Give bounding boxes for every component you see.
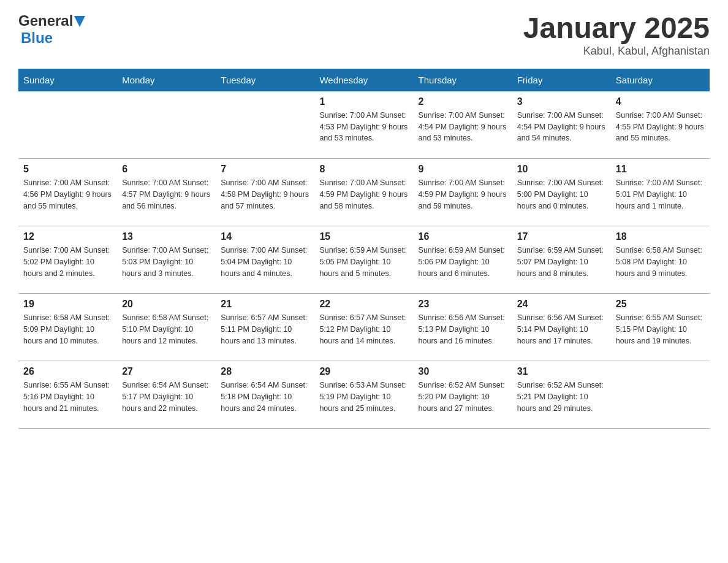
- day-number: 8: [319, 164, 408, 175]
- day-number: 6: [122, 164, 211, 175]
- day-number: 26: [23, 366, 112, 377]
- day-info: Sunrise: 6:58 AM Sunset: 5:10 PM Dayligh…: [122, 312, 211, 347]
- day-info: Sunrise: 6:56 AM Sunset: 5:13 PM Dayligh…: [419, 312, 507, 347]
- day-info: Sunrise: 6:58 AM Sunset: 5:08 PM Dayligh…: [616, 245, 705, 279]
- day-info: Sunrise: 6:52 AM Sunset: 5:21 PM Dayligh…: [517, 380, 606, 414]
- calendar-cell: 15Sunrise: 6:59 AM Sunset: 5:05 PM Dayli…: [314, 226, 413, 294]
- day-info: Sunrise: 7:00 AM Sunset: 5:00 PM Dayligh…: [517, 177, 606, 212]
- day-number: 28: [221, 366, 309, 377]
- day-number: 14: [221, 231, 309, 242]
- page-header: General Blue January 2025 Kabul, Kabul, …: [18, 12, 710, 58]
- day-info: Sunrise: 7:00 AM Sunset: 4:59 PM Dayligh…: [419, 177, 507, 212]
- day-info: Sunrise: 6:57 AM Sunset: 5:12 PM Dayligh…: [319, 312, 408, 347]
- logo-general-text: General: [18, 12, 73, 29]
- day-number: 13: [122, 231, 211, 242]
- col-monday: Monday: [117, 69, 216, 91]
- header-row: Sunday Monday Tuesday Wednesday Thursday…: [18, 69, 710, 91]
- day-number: 23: [419, 299, 507, 310]
- calendar-week-5: 26Sunrise: 6:55 AM Sunset: 5:16 PM Dayli…: [18, 361, 710, 429]
- calendar-cell: 17Sunrise: 6:59 AM Sunset: 5:07 PM Dayli…: [512, 226, 611, 294]
- calendar-cell: 7Sunrise: 7:00 AM Sunset: 4:58 PM Daylig…: [216, 159, 314, 226]
- title-block: January 2025 Kabul, Kabul, Afghanistan: [523, 12, 710, 58]
- svg-marker-0: [74, 16, 85, 27]
- day-info: Sunrise: 6:59 AM Sunset: 5:05 PM Dayligh…: [319, 245, 408, 279]
- day-number: 30: [419, 366, 507, 377]
- calendar-cell: 23Sunrise: 6:56 AM Sunset: 5:13 PM Dayli…: [414, 294, 512, 361]
- day-info: Sunrise: 7:00 AM Sunset: 5:02 PM Dayligh…: [23, 245, 112, 279]
- day-number: 11: [616, 164, 705, 175]
- day-info: Sunrise: 6:59 AM Sunset: 5:07 PM Dayligh…: [517, 245, 606, 279]
- day-number: 27: [122, 366, 211, 377]
- day-number: 15: [319, 231, 408, 242]
- calendar-subtitle: Kabul, Kabul, Afghanistan: [523, 45, 710, 58]
- day-number: 31: [517, 366, 606, 377]
- calendar-body: 1Sunrise: 7:00 AM Sunset: 4:53 PM Daylig…: [18, 91, 710, 429]
- col-tuesday: Tuesday: [216, 69, 314, 91]
- calendar-cell: 26Sunrise: 6:55 AM Sunset: 5:16 PM Dayli…: [18, 361, 117, 429]
- calendar-title: January 2025: [523, 12, 710, 45]
- calendar-week-2: 5Sunrise: 7:00 AM Sunset: 4:56 PM Daylig…: [18, 159, 710, 226]
- calendar-cell: [611, 361, 710, 429]
- logo: General Blue: [18, 12, 85, 47]
- day-info: Sunrise: 7:00 AM Sunset: 4:59 PM Dayligh…: [319, 177, 408, 212]
- calendar-cell: 22Sunrise: 6:57 AM Sunset: 5:12 PM Dayli…: [314, 294, 413, 361]
- day-info: Sunrise: 7:00 AM Sunset: 5:04 PM Dayligh…: [221, 245, 309, 279]
- day-number: 7: [221, 164, 309, 175]
- calendar-cell: 20Sunrise: 6:58 AM Sunset: 5:10 PM Dayli…: [117, 294, 216, 361]
- calendar-cell: [18, 91, 117, 159]
- calendar-cell: 30Sunrise: 6:52 AM Sunset: 5:20 PM Dayli…: [414, 361, 512, 429]
- day-number: 18: [616, 231, 705, 242]
- calendar-cell: 13Sunrise: 7:00 AM Sunset: 5:03 PM Dayli…: [117, 226, 216, 294]
- col-sunday: Sunday: [18, 69, 117, 91]
- day-info: Sunrise: 6:59 AM Sunset: 5:06 PM Dayligh…: [419, 245, 507, 279]
- day-number: 16: [419, 231, 507, 242]
- day-number: 25: [616, 299, 705, 310]
- day-info: Sunrise: 6:54 AM Sunset: 5:18 PM Dayligh…: [221, 380, 309, 414]
- calendar-cell: 31Sunrise: 6:52 AM Sunset: 5:21 PM Dayli…: [512, 361, 611, 429]
- calendar-cell: 5Sunrise: 7:00 AM Sunset: 4:56 PM Daylig…: [18, 159, 117, 226]
- day-number: 12: [23, 231, 112, 242]
- calendar-cell: 29Sunrise: 6:53 AM Sunset: 5:19 PM Dayli…: [314, 361, 413, 429]
- calendar-cell: 12Sunrise: 7:00 AM Sunset: 5:02 PM Dayli…: [18, 226, 117, 294]
- day-info: Sunrise: 6:55 AM Sunset: 5:15 PM Dayligh…: [616, 312, 705, 347]
- calendar-week-1: 1Sunrise: 7:00 AM Sunset: 4:53 PM Daylig…: [18, 91, 710, 159]
- calendar-cell: 8Sunrise: 7:00 AM Sunset: 4:59 PM Daylig…: [314, 159, 413, 226]
- col-wednesday: Wednesday: [314, 69, 413, 91]
- calendar-table: Sunday Monday Tuesday Wednesday Thursday…: [18, 69, 710, 429]
- day-info: Sunrise: 7:00 AM Sunset: 4:54 PM Dayligh…: [517, 110, 606, 144]
- calendar-cell: [117, 91, 216, 159]
- day-info: Sunrise: 7:00 AM Sunset: 5:03 PM Dayligh…: [122, 245, 211, 279]
- calendar-week-3: 12Sunrise: 7:00 AM Sunset: 5:02 PM Dayli…: [18, 226, 710, 294]
- day-number: 24: [517, 299, 606, 310]
- calendar-cell: 24Sunrise: 6:56 AM Sunset: 5:14 PM Dayli…: [512, 294, 611, 361]
- day-info: Sunrise: 6:54 AM Sunset: 5:17 PM Dayligh…: [122, 380, 211, 414]
- day-number: 17: [517, 231, 606, 242]
- calendar-week-4: 19Sunrise: 6:58 AM Sunset: 5:09 PM Dayli…: [18, 294, 710, 361]
- calendar-cell: 2Sunrise: 7:00 AM Sunset: 4:54 PM Daylig…: [414, 91, 512, 159]
- day-info: Sunrise: 7:00 AM Sunset: 4:58 PM Dayligh…: [221, 177, 309, 212]
- day-info: Sunrise: 6:56 AM Sunset: 5:14 PM Dayligh…: [517, 312, 606, 347]
- calendar-cell: 16Sunrise: 6:59 AM Sunset: 5:06 PM Dayli…: [414, 226, 512, 294]
- calendar-cell: 21Sunrise: 6:57 AM Sunset: 5:11 PM Dayli…: [216, 294, 314, 361]
- day-info: Sunrise: 7:00 AM Sunset: 5:01 PM Dayligh…: [616, 177, 705, 212]
- calendar-header: Sunday Monday Tuesday Wednesday Thursday…: [18, 69, 710, 91]
- day-number: 9: [419, 164, 507, 175]
- col-thursday: Thursday: [414, 69, 512, 91]
- logo-blue-text: Blue: [21, 29, 53, 46]
- day-info: Sunrise: 7:00 AM Sunset: 4:56 PM Dayligh…: [23, 177, 112, 212]
- calendar-cell: 3Sunrise: 7:00 AM Sunset: 4:54 PM Daylig…: [512, 91, 611, 159]
- day-number: 3: [517, 96, 606, 107]
- calendar-cell: 11Sunrise: 7:00 AM Sunset: 5:01 PM Dayli…: [611, 159, 710, 226]
- day-info: Sunrise: 6:58 AM Sunset: 5:09 PM Dayligh…: [23, 312, 112, 347]
- day-number: 1: [319, 96, 408, 107]
- day-number: 10: [517, 164, 606, 175]
- calendar-cell: [216, 91, 314, 159]
- calendar-cell: 18Sunrise: 6:58 AM Sunset: 5:08 PM Dayli…: [611, 226, 710, 294]
- calendar-cell: 27Sunrise: 6:54 AM Sunset: 5:17 PM Dayli…: [117, 361, 216, 429]
- calendar-cell: 14Sunrise: 7:00 AM Sunset: 5:04 PM Dayli…: [216, 226, 314, 294]
- day-number: 29: [319, 366, 408, 377]
- day-info: Sunrise: 7:00 AM Sunset: 4:57 PM Dayligh…: [122, 177, 211, 212]
- day-number: 2: [419, 96, 507, 107]
- calendar-cell: 25Sunrise: 6:55 AM Sunset: 5:15 PM Dayli…: [611, 294, 710, 361]
- day-number: 20: [122, 299, 211, 310]
